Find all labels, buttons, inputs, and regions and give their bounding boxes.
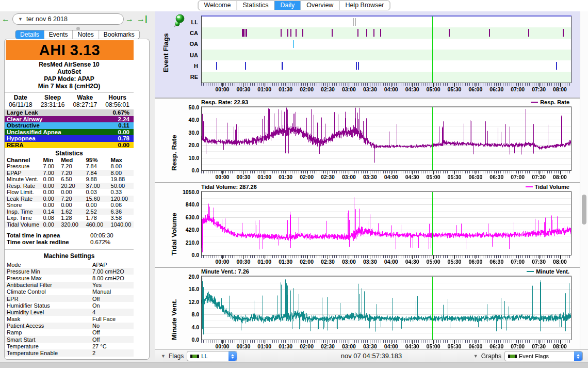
time-label: 08:00 xyxy=(553,86,567,92)
session-header: Wake xyxy=(69,94,101,101)
event-tick[interactable] xyxy=(290,29,291,37)
stats-cell: 7.00 xyxy=(41,163,59,170)
resp-rate-time-axis: 00:0000:3001:0001:3002:0002:3003:0003:30… xyxy=(201,171,570,180)
stats-header: Channel xyxy=(5,157,41,163)
scrollbar-thumb[interactable] xyxy=(582,195,586,225)
time-label: 03:00 xyxy=(342,259,356,265)
event-tick[interactable] xyxy=(358,62,359,70)
stats-header: 95% xyxy=(84,157,108,163)
graphs-panel: Event Flags LLCAOAUAHRE 00:0000:3001:000… xyxy=(155,11,588,362)
setting-value: 4 xyxy=(90,309,134,315)
event-tick[interactable] xyxy=(366,29,367,37)
total-label: Total time in apnea xyxy=(5,232,90,239)
graphs-stepper[interactable] xyxy=(574,351,582,361)
graphs-scrollbar[interactable] xyxy=(580,11,588,349)
tab-help-browser[interactable]: Help Browser xyxy=(339,1,389,10)
event-tick[interactable] xyxy=(380,29,381,37)
flags-collapse-icon[interactable]: ▼ xyxy=(161,354,166,359)
event-rate-label: Clear Airway xyxy=(5,116,118,122)
session-value: 23:31:16 xyxy=(37,101,69,108)
time-label: 08:00 xyxy=(553,174,567,180)
time-cursor[interactable] xyxy=(432,277,433,340)
time-label: 07:30 xyxy=(532,86,546,92)
event-tick[interactable] xyxy=(216,62,217,70)
time-cursor[interactable] xyxy=(432,192,433,255)
event-flags-graph[interactable]: Event Flags LLCAOAUAHRE 00:0000:3001:000… xyxy=(155,11,588,98)
event-row-h xyxy=(202,60,571,71)
chart-resp-rate[interactable]: Resp. Rate: 22.93Resp. RateResp. Rate00:… xyxy=(155,98,588,182)
tab-statistics[interactable]: Statistics xyxy=(236,1,274,10)
event-tick[interactable] xyxy=(282,62,283,70)
chart-minute-vent[interactable]: Minute Vent.: 7.26Minute Vent.Minute Ven… xyxy=(155,267,588,351)
stats-cell: 6.50 xyxy=(59,176,84,183)
event-tick[interactable] xyxy=(244,29,246,37)
main-tab-bar: WelcomeStatisticsDailyOverviewHelp Brows… xyxy=(198,1,390,10)
time-label: 05:30 xyxy=(448,86,462,92)
time-label: 07:00 xyxy=(511,259,525,265)
time-label: 04:00 xyxy=(384,259,398,265)
stats-row: Snore0.000.000.000.06 xyxy=(5,202,134,209)
sidebar-tab-bookmarks[interactable]: Bookmarks xyxy=(99,30,139,39)
time-label: 03:00 xyxy=(342,343,356,349)
setting-row: Smart StartOff xyxy=(5,336,134,343)
time-label: 00:30 xyxy=(236,86,250,92)
event-tick[interactable] xyxy=(563,29,564,37)
sidebar-tab-details[interactable]: Details xyxy=(15,30,44,39)
event-tick[interactable] xyxy=(356,62,357,70)
time-label: 00:00 xyxy=(215,259,229,265)
graphs-collapse-icon[interactable]: ▼ xyxy=(473,354,478,359)
sidebar-tab-notes[interactable]: Notes xyxy=(72,30,98,39)
event-tick[interactable] xyxy=(332,29,333,37)
tidal-volume-plot[interactable] xyxy=(201,191,571,255)
event-tick[interactable] xyxy=(293,40,294,48)
stats-row: Pressure7.007.207.848.00 xyxy=(5,163,134,170)
event-tick[interactable] xyxy=(287,29,288,37)
flags-dropdown[interactable]: LL xyxy=(187,351,237,361)
event-tick[interactable] xyxy=(373,29,374,37)
time-cursor[interactable] xyxy=(432,107,433,170)
event-row-label: CA xyxy=(159,30,198,36)
stats-cell: 3.58 xyxy=(109,215,134,221)
stats-cell: 0.00 xyxy=(41,202,59,209)
graphs-dropdown[interactable]: Event Flags xyxy=(504,351,583,361)
time-cursor[interactable] xyxy=(432,17,433,83)
next-day-button[interactable]: → xyxy=(124,14,135,24)
resp-rate-axis-labels: 00:0000:3001:0001:3002:0002:3003:0003:30… xyxy=(201,173,570,180)
resp-rate-plotwrap: 00:0000:3001:0001:3002:0002:3003:0003:30… xyxy=(201,106,571,180)
stats-cell: Flow Limit. xyxy=(5,189,41,196)
tidal-volume-time-axis: 00:0000:3001:0001:3002:0002:3003:0003:30… xyxy=(201,255,570,265)
tab-welcome[interactable]: Welcome xyxy=(199,1,237,10)
tab-daily[interactable]: Daily xyxy=(274,1,300,10)
legend-dash-icon xyxy=(531,102,538,103)
session-value-row: 06/11/1823:31:1608:27:1708:56:01 xyxy=(5,101,134,108)
event-tick[interactable] xyxy=(302,29,303,37)
last-day-button[interactable]: →| xyxy=(135,14,149,24)
tab-overview[interactable]: Overview xyxy=(300,1,339,10)
event-tick[interactable] xyxy=(449,29,450,37)
flags-stepper[interactable] xyxy=(228,351,237,361)
event-tick[interactable] xyxy=(528,29,529,37)
date-picker[interactable]: ▼ ter nov 6 2018 xyxy=(12,13,124,25)
event-tick[interactable] xyxy=(353,18,354,26)
resp-rate-plot[interactable] xyxy=(201,106,571,171)
y-tick-label: 420.0 xyxy=(186,227,199,233)
event-tick[interactable] xyxy=(245,62,246,70)
window-bottom-edge xyxy=(0,362,588,368)
event-tick[interactable] xyxy=(357,29,358,37)
event-tick[interactable] xyxy=(296,29,297,37)
chart-tidal-volume[interactable]: Tidal Volume: 287.26Tidal VolumeTidal Vo… xyxy=(155,182,588,267)
event-tick[interactable] xyxy=(355,18,356,26)
stats-header: Med xyxy=(59,157,84,163)
setting-value: 7.00 cmH2O xyxy=(90,268,134,275)
previous-day-button[interactable]: ← xyxy=(0,14,11,24)
event-tick[interactable] xyxy=(281,29,282,37)
sidebar-tab-events[interactable]: Events xyxy=(44,30,73,39)
event-tick[interactable] xyxy=(246,29,247,37)
event-tick[interactable] xyxy=(489,29,490,37)
event-rate-label: Hypopnea xyxy=(5,135,118,141)
event-tick[interactable] xyxy=(556,62,557,70)
event-flags-plot[interactable] xyxy=(201,15,571,83)
minute-vent-plot[interactable] xyxy=(201,276,571,340)
graphs-label: Graphs xyxy=(481,353,501,360)
setting-row: RampOff xyxy=(5,329,134,336)
